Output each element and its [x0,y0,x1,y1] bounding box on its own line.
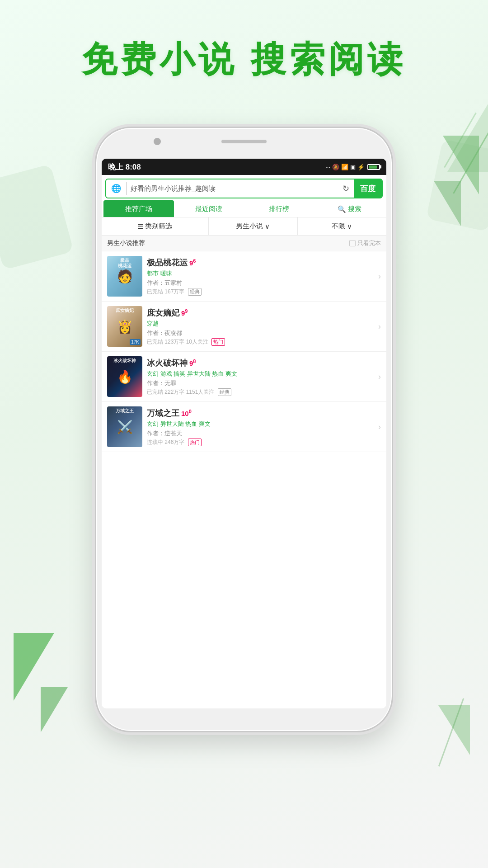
bg-decoration-triangle-green-right2 [434,181,461,226]
book-info-1: 极品桃花运 96 都市 暖昧 作者：五家村 已完结 167万字 经典 [147,257,374,296]
bg-decoration-line-right-top [453,123,488,193]
bg-decoration-card-right [426,139,488,231]
bg-decoration-triangle-top-right [447,81,488,172]
wifi-icon: 📶 [341,164,348,170]
status-time: 晚上 8:08 [108,162,141,172]
filter-category-label: 类别筛选 [145,222,172,231]
book-item[interactable]: 万域之王 ⚔️ 万域之王 100 玄幻 异世大陆 热血 爽文 作者：逆苍天 连载… [102,402,386,452]
book-stats-2: 已完结 123万字 10人关注 热门 [147,338,374,346]
bg-decoration-line-right-top2 [444,113,477,168]
sim-icon: ▣ [350,164,356,170]
globe-icon: 🌐 [109,181,123,196]
cover-title-3: 冰火破坏神 [108,358,141,363]
bg-decoration-triangle-bottom-left2 [41,687,68,732]
book-tags-3: 玄幻 游戏 搞笑 异世大陆 热血 爽文 [147,370,374,378]
book-rating-4: 100 [181,409,192,417]
section-header: 男生小说推荐 只看完本 [102,236,386,251]
mute-icon: 🔕 [332,164,339,170]
book-info-2: 庶女嫡妃 99 穿越 作者：夜凌都 已完结 123万字 10人关注 热门 [147,307,374,346]
tab-recommend[interactable]: 推荐广场 [103,200,174,217]
book-tags-4: 玄幻 异世大陆 热血 爽文 [147,420,374,428]
book-cover-4: 万域之王 ⚔️ [107,406,142,447]
book-badge-4: 热门 [188,439,202,446]
book-stats-3: 已完结 222万字 1151人关注 经典 [147,388,374,396]
book-info-3: 冰火破坏神 98 玄幻 游戏 搞笑 异世大陆 热血 爽文 作者：无罪 已完结 2… [147,358,374,396]
filter-bar: ☰ 类别筛选 男生小说 ∨ 不限 ∨ [102,217,386,236]
section-title: 男生小说推荐 [107,239,145,247]
book-title-row-2: 庶女嫡妃 99 [147,307,374,318]
list-icon: ☰ [137,222,143,231]
tab-recent[interactable]: 最近阅读 [174,200,244,217]
book-title-3: 冰火破坏神 [147,358,188,368]
section-filter[interactable]: 只看完本 [349,239,381,247]
tab-rank-label: 排行榜 [269,205,289,212]
browser-url[interactable]: 好看的男生小说推荐_趣阅读 [127,184,338,193]
book-stats-1: 已完结 167万字 经典 [147,288,374,296]
filter-limit[interactable]: 不限 ∨ [298,217,386,235]
nav-tabs: 推荐广场 最近阅读 排行榜 🔍 搜索 [102,200,386,217]
cover-title-2: 庶女嫡妃 [108,308,141,313]
chevron-down-genre-icon: ∨ [265,222,270,231]
book-rating-2: 99 [181,308,188,317]
tab-search[interactable]: 🔍 搜索 [314,200,385,217]
chevron-right-icon-2: › [378,322,381,331]
charge-icon: ⚡ [357,164,365,170]
book-author-1: 作者：五家村 [147,279,374,287]
book-tags-1: 都市 暖昧 [147,269,374,278]
section-filter-label: 只看完本 [357,239,381,247]
status-icons: ··· 🔕 📶 ▣ ⚡ [325,164,380,170]
book-list: 极品桃花运 🧑 极品桃花运 96 都市 暖昧 作者：五家村 已完结 167万字 … [102,251,386,708]
book-author-2: 作者：夜凌都 [147,329,374,337]
app-headline: 免费小说 搜索阅读 [0,36,488,84]
cover-title-4: 万域之王 [108,408,141,414]
phone-screen: 晚上 8:08 ··· 🔕 📶 ▣ ⚡ 🌐 好看的男生小说推荐_趣阅读 ↻ [102,159,386,708]
status-bar: 晚上 8:08 ··· 🔕 📶 ▣ ⚡ [102,159,386,175]
bg-decoration-triangle-bottom-left [14,633,54,701]
browser-bar[interactable]: 🌐 好看的男生小说推荐_趣阅读 ↻ 百度 [105,179,383,198]
bg-decoration-card-left [0,164,74,270]
book-rating-3: 98 [189,359,196,367]
book-item[interactable]: 极品桃花运 🧑 极品桃花运 96 都市 暖昧 作者：五家村 已完结 167万字 … [102,251,386,302]
book-cover-1: 极品桃花运 🧑 [107,256,142,297]
book-rating-1: 96 [189,258,196,267]
filter-category[interactable]: ☰ 类别筛选 [102,217,209,235]
book-badge-1: 经典 [188,288,202,296]
phone-speaker [221,140,267,143]
bg-decoration-triangle-bottom-right [438,705,470,755]
book-title-row-3: 冰火破坏神 98 [147,358,374,368]
book-stats-4: 连载中 246万字 热门 [147,439,374,446]
chevron-down-limit-icon: ∨ [347,222,352,231]
signal-icon: ··· [325,164,330,170]
book-title-4: 万域之王 [147,408,179,419]
chevron-right-icon-1: › [378,272,381,281]
book-item[interactable]: 庶女嫡妃 👸 17K 庶女嫡妃 99 穿越 作者：夜凌都 已完结 123万字 1… [102,302,386,352]
book-title-row-1: 极品桃花运 96 [147,257,374,268]
cover-title-1: 极品桃花运 [108,258,141,269]
book-title-1: 极品桃花运 [147,257,188,268]
bg-decoration-line-bottom-right [438,698,465,766]
phone-body: 晚上 8:08 ··· 🔕 📶 ▣ ⚡ 🌐 好看的男生小说推荐_趣阅读 ↻ [95,127,393,732]
tab-recommend-label: 推荐广场 [125,205,152,212]
book-title-2: 庶女嫡妃 [147,307,179,318]
complete-only-checkbox[interactable] [349,240,356,246]
book-item[interactable]: 冰火破坏神 🔥 冰火破坏神 98 玄幻 游戏 搞笑 异世大陆 热血 爽文 作者：… [102,352,386,402]
book-cover-2: 庶女嫡妃 👸 17K [107,306,142,347]
book-badge-2: 热门 [211,338,225,346]
refresh-icon[interactable]: ↻ [338,180,354,197]
battery-icon [367,164,380,170]
search-icon: 🔍 [338,205,346,213]
book-title-row-4: 万域之王 100 [147,408,374,419]
tab-rank[interactable]: 排行榜 [244,200,314,217]
tab-recent-label: 最近阅读 [195,205,222,212]
baidu-button[interactable]: 百度 [354,179,382,198]
book-info-4: 万域之王 100 玄幻 异世大陆 热血 爽文 作者：逆苍天 连载中 246万字 … [147,408,374,446]
book-author-4: 作者：逆苍天 [147,429,374,438]
phone-mockup: 晚上 8:08 ··· 🔕 📶 ▣ ⚡ 🌐 好看的男生小说推荐_趣阅读 ↻ [95,127,393,732]
tab-search-label: 搜索 [348,205,361,213]
filter-limit-label: 不限 [332,222,345,231]
book-badge-3: 经典 [218,388,231,396]
book-tags-2: 穿越 [147,320,374,328]
filter-genre[interactable]: 男生小说 ∨ [209,217,298,235]
book-cover-3: 冰火破坏神 🔥 [107,356,142,397]
book-author-3: 作者：无罪 [147,379,374,387]
